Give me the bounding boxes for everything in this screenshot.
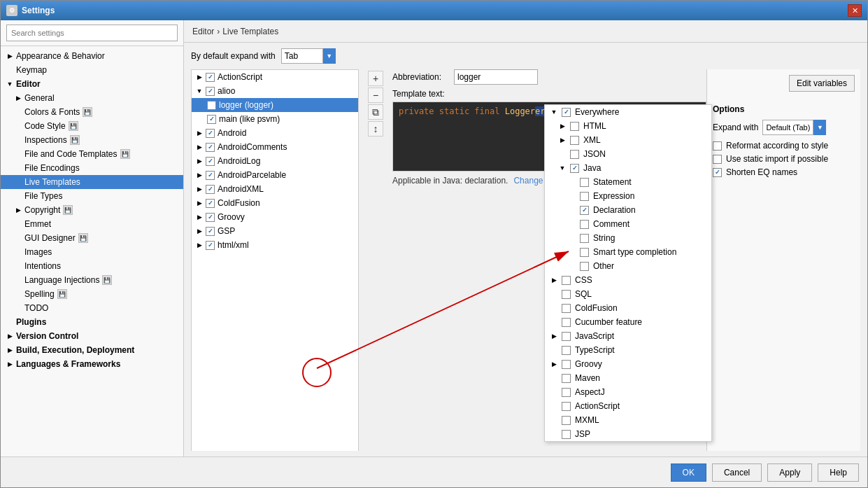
item-checkbox[interactable] [562,416,571,425]
group-checkbox[interactable] [206,185,215,194]
item-checkbox[interactable] [562,318,571,327]
item-checkbox[interactable] [562,346,571,355]
item-checkbox[interactable] [562,402,571,411]
popup-item-string[interactable]: String [545,231,711,245]
popup-item-other[interactable]: Other [545,259,711,273]
popup-item-coldfusion[interactable]: ColdFusion [545,301,711,315]
item-checkbox[interactable] [580,178,589,187]
group-html-xml[interactable]: html/xml [192,238,358,252]
edit-variables-button[interactable]: Edit variables [789,75,855,92]
group-checkbox[interactable] [206,73,215,82]
group-checkbox[interactable] [206,171,215,180]
help-button[interactable]: Help [818,463,859,482]
popup-item-java[interactable]: Java [545,161,711,175]
sidebar-item-general[interactable]: General [1,91,183,105]
close-button[interactable]: ✕ [848,4,862,17]
popup-item-jsp[interactable]: JSP [545,427,711,441]
sidebar-item-editor[interactable]: Editor [1,77,183,91]
group-androidxml[interactable]: AndroidXML [192,182,358,196]
sidebar-item-emmet[interactable]: Emmet [1,217,183,231]
popup-item-smart-type[interactable]: Smart type completion [545,245,711,259]
sidebar-item-inspections[interactable]: Inspections 💾 [1,133,183,147]
options-expand-dropdown[interactable]: Default (Tab) [762,120,813,135]
group-checkbox[interactable] [206,199,215,208]
item-checkbox[interactable] [562,276,571,285]
item-checkbox[interactable] [207,101,216,110]
popup-item-declaration[interactable]: Declaration [545,203,711,217]
group-checkbox[interactable] [206,87,215,96]
item-checkbox[interactable] [562,360,571,369]
group-androidcomments[interactable]: AndroidComments [192,140,358,154]
group-checkbox[interactable] [206,129,215,138]
template-item-logger[interactable]: logger (logger) [192,98,358,112]
item-checkbox[interactable] [570,164,579,173]
reformat-checkbox[interactable] [713,141,722,151]
copy-button[interactable]: ⧉ [368,104,383,120]
popup-item-sql[interactable]: SQL [545,287,711,301]
item-checkbox[interactable] [562,290,571,299]
item-checkbox[interactable] [580,192,589,201]
popup-item-everywhere[interactable]: Everywhere [545,105,711,119]
sidebar-item-copyright[interactable]: Copyright 💾 [1,203,183,217]
popup-item-mxml[interactable]: MXML [545,413,711,427]
popup-item-html[interactable]: HTML [545,119,711,133]
item-checkbox[interactable] [207,115,216,124]
ok-button[interactable]: OK [671,463,706,482]
item-checkbox[interactable] [562,108,571,117]
sidebar-item-intentions[interactable]: Intentions [1,259,183,273]
popup-item-cucumber[interactable]: Cucumber feature [545,315,711,329]
sidebar-item-file-code-templates[interactable]: File and Code Templates 💾 [1,147,183,161]
add-button[interactable]: + [368,71,383,86]
sidebar-item-todo[interactable]: TODO [1,301,183,315]
sidebar-item-live-templates[interactable]: Live Templates [1,175,183,189]
popup-item-json[interactable]: JSON [545,147,711,161]
template-item-main[interactable]: main (like psvm) [192,112,358,126]
group-androidparcelable[interactable]: AndroidParcelable [192,168,358,182]
item-checkbox[interactable] [570,122,579,131]
item-checkbox[interactable] [570,150,579,159]
item-checkbox[interactable] [562,304,571,313]
item-checkbox[interactable] [562,388,571,397]
popup-item-expression[interactable]: Expression [545,189,711,203]
group-alioo[interactable]: alioo [192,84,358,98]
item-checkbox[interactable] [562,430,571,439]
sidebar-item-keymap[interactable]: Keymap [1,63,183,77]
item-checkbox[interactable] [562,374,571,383]
sidebar-item-language-injections[interactable]: Language Injections 💾 [1,273,183,287]
sidebar-item-spelling[interactable]: Spelling 💾 [1,287,183,301]
group-checkbox[interactable] [206,227,215,236]
item-checkbox[interactable] [580,220,589,229]
sidebar-item-gui-designer[interactable]: GUI Designer 💾 [1,231,183,245]
sidebar-item-version-control[interactable]: Version Control [1,329,183,343]
sidebar-item-colors-fonts[interactable]: Colors & Fonts 💾 [1,105,183,119]
group-groovy[interactable]: Groovy [192,210,358,224]
cancel-button[interactable]: Cancel [712,463,762,482]
group-actionscript[interactable]: ActionScript [192,70,358,84]
popup-item-typescript[interactable]: TypeScript [545,343,711,357]
group-checkbox[interactable] [206,157,215,166]
sidebar-item-file-types[interactable]: File Types [1,189,183,203]
apply-button[interactable]: Apply [767,463,812,482]
group-checkbox[interactable] [206,241,215,250]
group-checkbox[interactable] [206,143,215,152]
sidebar-item-file-encodings[interactable]: File Encodings [1,161,183,175]
static-import-checkbox[interactable] [713,155,722,164]
item-checkbox[interactable] [580,234,589,243]
sidebar-item-appearance[interactable]: Appearance & Behavior [1,49,183,63]
group-androidlog[interactable]: AndroidLog [192,154,358,168]
sidebar-item-plugins[interactable]: Plugins [1,315,183,329]
expand-dropdown-btn[interactable]: ▼ [323,48,336,64]
change-link[interactable]: Change [513,176,543,186]
sidebar-item-languages-frameworks[interactable]: Languages & Frameworks [1,357,183,371]
move-button[interactable]: ↕ [368,121,383,137]
sidebar-item-code-style[interactable]: Code Style 💾 [1,119,183,133]
popup-item-comment[interactable]: Comment [545,217,711,231]
popup-item-xml[interactable]: XML [545,133,711,147]
item-checkbox[interactable] [562,332,571,341]
group-android[interactable]: Android [192,126,358,140]
remove-button[interactable]: − [368,88,383,103]
popup-item-maven[interactable]: Maven [545,371,711,385]
group-gsp[interactable]: GSP [192,224,358,238]
popup-item-statement[interactable]: Statement [545,175,711,189]
shorten-eq-checkbox[interactable] [713,168,722,177]
